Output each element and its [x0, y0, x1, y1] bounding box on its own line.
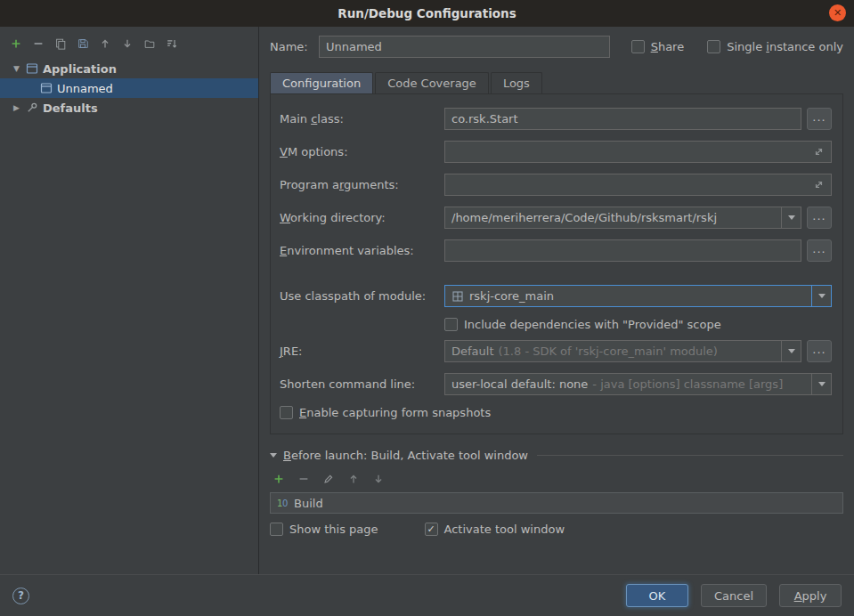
dropdown-arrow-icon	[788, 215, 795, 220]
before-launch-title: Before launch: Build, Activate tool wind…	[283, 449, 528, 462]
close-button[interactable]: ✕	[829, 4, 846, 21]
activate-tool-window-label[interactable]: Activate tool window	[444, 523, 565, 536]
main-class-value: co.rsk.Start	[451, 112, 518, 126]
show-this-page-label[interactable]: Show this page	[289, 523, 378, 536]
configurations-sidebar: ▼ Application Unnamed ▶ Defaults	[0, 27, 259, 574]
environment-variables-field[interactable]	[444, 239, 801, 262]
vm-options-field[interactable]	[444, 141, 832, 163]
tab-code-coverage[interactable]: Code Coverage	[375, 72, 489, 93]
move-up-icon	[347, 472, 360, 484]
add-configuration-button[interactable]	[9, 36, 23, 50]
show-this-page-group: Show this page	[270, 523, 378, 536]
jre-dropdown[interactable]	[781, 341, 801, 361]
move-up-icon	[99, 36, 111, 49]
activate-tool-window-group: ✓ Activate tool window	[425, 523, 565, 536]
save-configuration-button[interactable]	[76, 36, 90, 50]
single-instance-checkbox[interactable]	[707, 40, 720, 53]
move-up-button[interactable]	[98, 36, 112, 50]
shorten-command-line-dropdown[interactable]	[811, 374, 831, 394]
section-divider	[537, 455, 843, 456]
cancel-button[interactable]: Cancel	[701, 584, 767, 607]
move-down-icon	[372, 472, 385, 484]
run-debug-configurations-dialog: Run/Debug Configurations ✕	[0, 0, 854, 616]
add-icon	[272, 472, 285, 484]
jre-value: Default	[451, 344, 494, 358]
environment-variables-label: Environment variables:	[280, 244, 444, 257]
configuration-editor: Name: Share Single instance only Configu…	[259, 27, 854, 574]
add-icon	[10, 36, 22, 49]
use-classpath-row: Use classpath of module: rskj-core_main	[280, 285, 832, 307]
jre-label: JRE:	[280, 344, 444, 358]
configurations-tree: ▼ Application Unnamed ▶ Defaults	[0, 59, 258, 574]
ok-button[interactable]: OK	[626, 584, 688, 607]
before-launch-options: Show this page ✓ Activate tool window	[270, 523, 843, 536]
activate-tool-window-checkbox[interactable]: ✓	[425, 523, 438, 536]
main-class-row: Main class: co.rsk.Start ...	[280, 108, 832, 130]
edit-task-button[interactable]	[321, 471, 336, 485]
move-task-up-button[interactable]	[346, 471, 361, 485]
shorten-command-line-combobox[interactable]: user-local default: none - java [options…	[444, 373, 832, 395]
expand-editor-icon[interactable]	[813, 146, 825, 158]
include-provided-checkbox[interactable]	[444, 318, 458, 331]
copy-configuration-button[interactable]	[53, 36, 68, 50]
shorten-command-line-hint: - java [options] classname [args]	[592, 377, 783, 391]
before-launch-task-item[interactable]: 10 Build	[270, 492, 843, 514]
share-label[interactable]: Share	[651, 40, 685, 53]
single-instance-checkbox-group: Single instance only	[707, 40, 843, 53]
jre-browse-button[interactable]: ...	[807, 340, 832, 362]
build-icon: 10	[276, 497, 289, 509]
enable-capturing-label[interactable]: Enable capturing form snapshots	[299, 406, 491, 419]
folder-icon	[143, 36, 156, 49]
tree-collapsed-arrow-icon[interactable]: ▶	[12, 103, 21, 112]
module-dropdown[interactable]	[811, 286, 831, 306]
vm-options-label: VM options:	[280, 145, 444, 158]
working-directory-field[interactable]: /home/meriherrera/Code/Github/rsksmart/r…	[444, 207, 801, 229]
dialog-footer: ? OK Cancel Apply	[0, 574, 854, 616]
help-icon: ?	[18, 589, 24, 602]
copy-icon	[54, 36, 67, 49]
tree-item-unnamed[interactable]: Unnamed	[0, 78, 258, 98]
spacer	[280, 272, 832, 285]
tree-item-application[interactable]: ▼ Application	[0, 59, 258, 78]
remove-task-button[interactable]	[297, 471, 311, 485]
create-folder-button[interactable]	[142, 36, 157, 50]
add-task-button[interactable]	[272, 471, 286, 485]
main-class-field[interactable]: co.rsk.Start	[444, 108, 801, 130]
enable-capturing-row: Enable capturing form snapshots	[280, 406, 832, 419]
tree-expanded-arrow-icon[interactable]: ▼	[12, 64, 21, 73]
module-combobox[interactable]: rskj-core_main	[444, 285, 832, 307]
application-icon	[26, 62, 38, 75]
single-instance-label[interactable]: Single instance only	[727, 40, 843, 53]
edit-icon	[322, 472, 335, 484]
working-directory-dropdown[interactable]	[781, 207, 801, 228]
share-checkbox[interactable]	[631, 40, 645, 53]
dropdown-arrow-icon	[818, 382, 826, 386]
shorten-command-line-label: Shorten command line:	[280, 377, 444, 391]
main-class-browse-button[interactable]: ...	[807, 108, 832, 130]
name-label: Name:	[270, 40, 319, 53]
environment-variables-browse-button[interactable]: ...	[807, 239, 832, 262]
apply-button[interactable]: Apply	[779, 584, 842, 607]
tab-configuration[interactable]: Configuration	[270, 72, 373, 93]
titlebar: Run/Debug Configurations ✕	[0, 0, 854, 27]
move-down-button[interactable]	[120, 36, 134, 50]
name-row: Name: Share Single instance only	[270, 36, 843, 58]
program-arguments-field[interactable]	[444, 174, 832, 196]
expand-editor-icon[interactable]	[813, 179, 825, 190]
name-input[interactable]	[319, 36, 610, 58]
remove-configuration-button[interactable]	[31, 36, 45, 50]
working-directory-browse-button[interactable]: ...	[807, 207, 832, 229]
jre-combobox[interactable]: Default (1.8 - SDK of 'rskj-core_main' m…	[444, 340, 801, 362]
move-task-down-button[interactable]	[371, 471, 386, 485]
show-this-page-checkbox[interactable]	[270, 523, 283, 536]
sort-configurations-button[interactable]	[165, 36, 179, 50]
module-value: rskj-core_main	[469, 289, 554, 303]
enable-capturing-checkbox[interactable]	[280, 406, 293, 419]
dropdown-arrow-icon	[818, 294, 826, 298]
collapse-arrow-icon[interactable]	[270, 453, 277, 458]
tree-item-defaults[interactable]: ▶ Defaults	[0, 98, 258, 118]
include-provided-label[interactable]: Include dependencies with "Provided" sco…	[464, 318, 721, 331]
tab-logs[interactable]: Logs	[491, 72, 542, 93]
help-button[interactable]: ?	[12, 588, 29, 604]
configuration-tab-panel: Main class: co.rsk.Start ... VM options:…	[270, 93, 843, 434]
